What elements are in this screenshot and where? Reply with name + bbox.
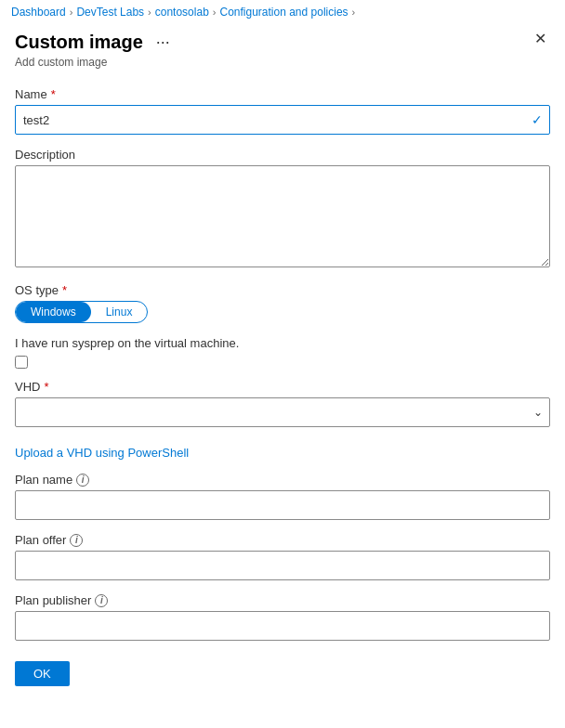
- panel-title-group: Custom image ···: [15, 30, 174, 54]
- breadcrumb-dashboard[interactable]: Dashboard: [11, 6, 66, 19]
- os-type-required-star: *: [62, 283, 67, 297]
- sysprep-checkbox-wrap: [15, 356, 28, 369]
- os-windows-button[interactable]: Windows: [16, 302, 91, 322]
- name-check-icon: ✓: [532, 112, 543, 127]
- sysprep-group: I have run sysprep on the virtual machin…: [15, 336, 550, 369]
- plan-publisher-label: Plan publisher i: [15, 593, 550, 607]
- close-button[interactable]: ✕: [531, 30, 550, 48]
- breadcrumb-contosolab[interactable]: contosolab: [155, 6, 209, 19]
- ok-button[interactable]: OK: [15, 661, 70, 686]
- vhd-dropdown-wrapper: ⌄: [15, 397, 550, 427]
- breadcrumb-sep-4: ›: [352, 6, 356, 18]
- breadcrumb: Dashboard › DevTest Labs › contosolab › …: [0, 0, 565, 22]
- name-required-star: *: [51, 87, 56, 101]
- description-label: Description: [15, 148, 550, 162]
- name-field-group: Name * ✓: [15, 87, 550, 135]
- plan-name-info-icon[interactable]: i: [76, 474, 89, 487]
- description-input[interactable]: [15, 165, 550, 267]
- description-field-group: Description: [15, 148, 550, 270]
- name-input[interactable]: [15, 105, 550, 135]
- breadcrumb-sep-2: ›: [148, 6, 151, 18]
- plan-offer-input[interactable]: [15, 551, 550, 580]
- panel-title: Custom image: [15, 30, 143, 54]
- name-input-wrapper: ✓: [15, 105, 550, 135]
- plan-publisher-info-icon[interactable]: i: [95, 594, 108, 607]
- more-options-button[interactable]: ···: [152, 33, 174, 50]
- breadcrumb-sep-1: ›: [70, 6, 73, 18]
- vhd-field-group: VHD * ⌄: [15, 380, 550, 427]
- vhd-required-star: *: [44, 380, 48, 394]
- breadcrumb-devtest[interactable]: DevTest Labs: [76, 6, 144, 19]
- os-type-toggle: Windows Linux: [15, 301, 148, 323]
- plan-publisher-group: Plan publisher i: [15, 593, 550, 641]
- custom-image-panel: Custom image ··· ✕ Add custom image Name…: [0, 22, 565, 708]
- vhd-dropdown[interactable]: [15, 397, 550, 427]
- plan-name-input[interactable]: [15, 490, 550, 520]
- vhd-label: VHD *: [15, 380, 550, 394]
- breadcrumb-sep-3: ›: [213, 6, 217, 18]
- os-linux-button[interactable]: Linux: [91, 302, 148, 322]
- plan-name-label: Plan name i: [15, 473, 550, 487]
- panel-subtitle: Add custom image: [15, 56, 550, 69]
- name-label: Name *: [15, 87, 550, 101]
- os-type-group: OS type * Windows Linux: [15, 283, 550, 323]
- plan-offer-info-icon[interactable]: i: [70, 534, 83, 547]
- plan-publisher-input[interactable]: [15, 611, 550, 641]
- plan-offer-group: Plan offer i: [15, 533, 550, 580]
- os-type-label: OS type *: [15, 283, 550, 297]
- panel-header: Custom image ··· ✕: [15, 30, 550, 54]
- breadcrumb-config[interactable]: Configuration and policies: [219, 6, 348, 19]
- plan-offer-label: Plan offer i: [15, 533, 550, 547]
- upload-vhd-link[interactable]: Upload a VHD using PowerShell: [15, 446, 189, 460]
- plan-name-group: Plan name i: [15, 473, 550, 520]
- sysprep-checkbox[interactable]: [15, 356, 28, 369]
- sysprep-label-text: I have run sysprep on the virtual machin…: [15, 336, 239, 350]
